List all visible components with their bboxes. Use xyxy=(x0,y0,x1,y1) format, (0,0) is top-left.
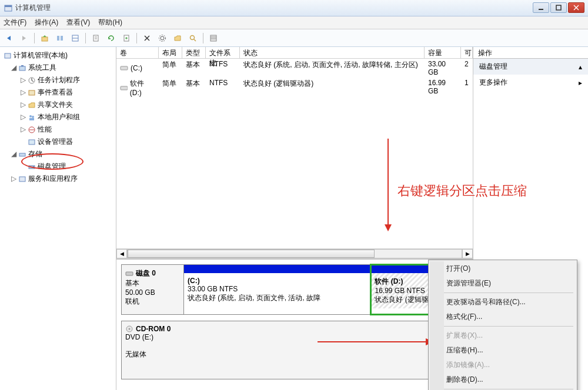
svg-point-19 xyxy=(191,35,195,39)
svg-point-44 xyxy=(129,328,131,330)
col-layout[interactable]: 布局 xyxy=(159,47,182,58)
window-title: 计算机管理 xyxy=(15,3,51,13)
actions-disk-management[interactable]: 磁盘管理 ▴ xyxy=(473,59,588,75)
tree-shared-folders[interactable]: ▷共享文件夹 xyxy=(0,99,116,111)
ctx-delete[interactable]: 删除卷(D)... xyxy=(430,372,576,387)
horizontal-scrollbar[interactable]: ◀ ▶ xyxy=(116,248,473,259)
svg-point-31 xyxy=(32,116,34,118)
actions-more[interactable]: 更多操作 ▸ xyxy=(473,75,588,90)
svg-line-20 xyxy=(194,39,196,41)
svg-rect-32 xyxy=(29,118,34,120)
title-bar: 计算机管理 xyxy=(0,0,588,16)
tree-performance[interactable]: ▷性能 xyxy=(0,123,116,136)
list-view-icon[interactable] xyxy=(207,32,220,45)
app-icon xyxy=(4,4,13,13)
col-capacity[interactable]: 容量 xyxy=(425,47,461,58)
svg-rect-1 xyxy=(5,5,12,7)
tree-device-manager[interactable]: 设备管理器 xyxy=(0,136,116,148)
scroll-left-button[interactable]: ◀ xyxy=(116,249,127,258)
svg-rect-40 xyxy=(121,66,128,70)
menu-action[interactable]: 操作(A) xyxy=(35,18,58,28)
ctx-shrink[interactable]: 压缩卷(H)... xyxy=(430,343,576,358)
svg-rect-36 xyxy=(19,153,25,156)
svg-rect-24 xyxy=(5,53,11,58)
navigation-tree: 计算机管理(本地) ◢系统工具 ▷任务计划程序 ▷事件查看器 ▷共享文件夹 ▷本… xyxy=(0,47,116,390)
scroll-right-button[interactable]: ▶ xyxy=(462,249,473,258)
up-folder-button[interactable] xyxy=(38,32,51,45)
tree-root[interactable]: 计算机管理(本地) xyxy=(0,49,116,62)
svg-rect-8 xyxy=(61,36,63,41)
menu-file[interactable]: 文件(F) xyxy=(4,18,26,28)
close-button[interactable] xyxy=(568,2,584,13)
col-free[interactable]: 可 xyxy=(461,47,473,58)
minimize-button[interactable] xyxy=(533,2,549,13)
scroll-track[interactable] xyxy=(127,249,462,258)
tree-disk-management[interactable]: 磁盘管理 xyxy=(0,160,116,173)
svg-rect-42 xyxy=(126,272,133,275)
tree-services[interactable]: ▷服务和应用程序 xyxy=(0,173,116,185)
export-button[interactable] xyxy=(120,32,133,45)
svg-rect-35 xyxy=(29,140,35,144)
disk-0-header[interactable]: 磁盘 0 基本 50.00 GB 联机 xyxy=(122,265,184,314)
menu-view[interactable]: 查看(V) xyxy=(66,18,90,28)
cdrom-row: CD-ROM 0 DVD (E:) 无媒体 xyxy=(121,321,468,379)
toolbar xyxy=(0,29,588,47)
disk-0-row: 磁盘 0 基本 50.00 GB 联机 (C:) 33.00 GB NTFS 状… xyxy=(121,264,468,315)
menu-help[interactable]: 帮助(H) xyxy=(98,18,122,28)
collapse-icon: ▴ xyxy=(579,63,582,71)
svg-rect-21 xyxy=(211,35,216,41)
chevron-right-icon: ▸ xyxy=(579,79,582,87)
settings-icon[interactable] xyxy=(156,32,169,45)
svg-point-38 xyxy=(33,166,34,167)
svg-point-17 xyxy=(161,36,164,40)
col-type[interactable]: 类型 xyxy=(182,47,206,58)
ctx-mirror: 添加镜像(A)... xyxy=(430,358,576,372)
svg-point-18 xyxy=(159,35,166,41)
context-menu: 打开(O) 资源管理器(E) 更改驱动器号和路径(C)... 格式化(F)...… xyxy=(428,260,577,390)
folder-button[interactable] xyxy=(171,32,184,45)
back-button[interactable] xyxy=(2,32,15,45)
svg-rect-7 xyxy=(57,36,59,41)
tree-event-viewer[interactable]: ▷事件查看器 xyxy=(0,86,116,99)
maximize-button[interactable] xyxy=(550,2,567,13)
volume-list: (C:) 简单 基本 NTFS 状态良好 (系统, 启动, 页面文件, 活动, … xyxy=(116,59,473,98)
svg-rect-29 xyxy=(29,90,35,95)
svg-rect-6 xyxy=(42,37,48,41)
col-status[interactable]: 状态 xyxy=(240,47,425,58)
svg-rect-3 xyxy=(556,5,561,10)
views-button-1[interactable] xyxy=(54,32,66,45)
ctx-extend: 扩展卷(X)... xyxy=(430,328,576,343)
volume-row-c[interactable]: (C:) 简单 基本 NTFS 状态良好 (系统, 启动, 页面文件, 活动, … xyxy=(116,59,473,78)
ctx-format[interactable]: 格式化(F)... xyxy=(430,310,576,324)
search-icon[interactable] xyxy=(186,32,199,45)
views-button-2[interactable] xyxy=(69,32,82,45)
col-fs[interactable]: 文件系统 xyxy=(206,47,240,58)
ctx-open[interactable]: 打开(O) xyxy=(430,261,576,276)
svg-rect-25 xyxy=(19,66,25,70)
col-volume[interactable]: 卷 xyxy=(116,47,159,58)
disk-layout-panel: 磁盘 0 基本 50.00 GB 联机 (C:) 33.00 GB NTFS 状… xyxy=(116,259,473,390)
partition-c[interactable]: (C:) 33.00 GB NTFS 状态良好 (系统, 启动, 页面文件, 活… xyxy=(184,265,371,314)
scroll-thumb[interactable] xyxy=(128,250,375,258)
svg-rect-11 xyxy=(93,35,98,41)
volume-row-d[interactable]: 软件 (D:) 简单 基本 NTFS 状态良好 (逻辑驱动器) 16.99 GB… xyxy=(116,78,473,98)
volume-header: 卷 布局 类型 文件系统 状态 容量 可 xyxy=(116,47,473,59)
refresh-button[interactable] xyxy=(105,32,118,45)
svg-rect-41 xyxy=(121,86,128,90)
svg-rect-39 xyxy=(19,177,25,181)
actions-header: 操作 xyxy=(473,47,588,59)
ctx-change-letter[interactable]: 更改驱动器号和路径(C)... xyxy=(430,295,576,310)
tree-task-scheduler[interactable]: ▷任务计划程序 xyxy=(0,74,116,86)
svg-point-30 xyxy=(29,115,32,117)
menu-bar: 文件(F) 操作(A) 查看(V) 帮助(H) xyxy=(0,16,588,29)
properties-button[interactable] xyxy=(89,32,102,45)
forward-button[interactable] xyxy=(18,32,31,45)
tree-local-users[interactable]: ▷本地用户和组 xyxy=(0,111,116,123)
delete-button[interactable] xyxy=(141,32,153,45)
ctx-explorer[interactable]: 资源管理器(E) xyxy=(430,276,576,291)
spacer xyxy=(116,98,473,248)
cdrom-header[interactable]: CD-ROM 0 DVD (E:) 无媒体 xyxy=(122,321,467,379)
tree-system-tools[interactable]: ◢系统工具 xyxy=(0,62,116,74)
tree-storage[interactable]: ◢存储 xyxy=(0,148,116,160)
